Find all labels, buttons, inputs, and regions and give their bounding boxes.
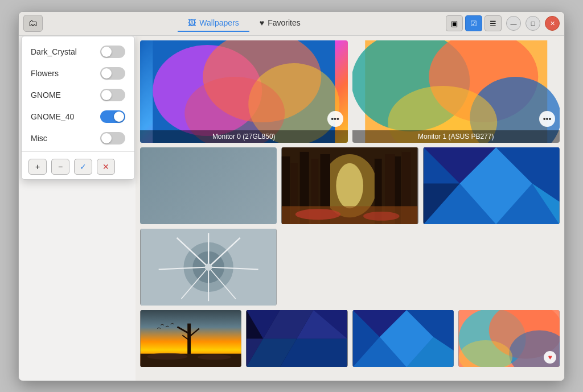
titlebar-tabs: 🖼 Wallpapers ♥ Favorites [43, 15, 446, 32]
monitor1-label: Monitor 1 (ASUS PB277) [352, 130, 560, 143]
close-button[interactable]: ✕ [545, 16, 560, 31]
dropdown-actions: + − ✓ ✕ [22, 154, 134, 179]
cancel-icon: ✕ [102, 162, 109, 171]
svg-point-24 [363, 211, 400, 220]
wallpaper-grid-area: ••• Monitor 0 (27GL850) [136, 36, 564, 381]
add-icon: + [35, 162, 40, 171]
svg-point-45 [205, 263, 212, 271]
titlebar-right: ▣ ☑ ☰ — □ ✕ [446, 15, 560, 31]
wallpaper-thumb-sunset[interactable] [140, 310, 241, 367]
monitor-preview-row: ••• Monitor 0 (27GL850) [140, 40, 560, 143]
wallpaper-thumb-snow-tree[interactable] [140, 229, 277, 306]
wallpaper-thumb-abstract-coral[interactable]: ♥ [458, 310, 560, 367]
monitor1-menu-button[interactable]: ••• [539, 111, 555, 127]
svg-rect-47 [187, 323, 191, 357]
view-button-2[interactable]: ☑ [465, 15, 482, 31]
minimize-button[interactable]: — [506, 16, 521, 31]
favorites-tab-label: Favorites [268, 18, 301, 27]
toggle-row-gnome40: GNOME_40 [22, 106, 134, 127]
remove-source-button[interactable]: − [51, 159, 69, 175]
sunset-thumbnail [140, 310, 241, 367]
grid-row-2: ♥ [140, 310, 560, 367]
titlebar-left: 🗂 [23, 15, 43, 32]
monitor0-preview[interactable]: ••• Monitor 0 (27GL850) [140, 40, 348, 143]
dark-geo-thumbnail [246, 310, 347, 367]
tab-wallpapers[interactable]: 🖼 Wallpapers [178, 15, 249, 32]
add-source-button[interactable]: + [28, 159, 47, 175]
wallpaper-thumb-gray[interactable] [140, 147, 277, 224]
flowers-toggle[interactable] [100, 67, 125, 80]
dark-crystal-toggle[interactable] [100, 46, 125, 58]
toggle-row-dark-crystal: Dark_Crystal [22, 41, 134, 63]
gnome-label: GNOME [31, 90, 61, 100]
gnome-toggle[interactable] [100, 89, 125, 101]
monitor1-wallpaper [352, 40, 560, 143]
content-area: Dark_Crystal Flowers GNOME GNOME_40 Misc [19, 36, 564, 381]
favorites-tab-icon: ♥ [260, 18, 264, 27]
confirm-icon: ✓ [80, 162, 87, 171]
titlebar: 🗂 🖼 Wallpapers ♥ Favorites ▣ ☑ ☰ — □ ✕ [19, 12, 564, 36]
wallpapers-tab-icon: 🖼 [188, 18, 196, 27]
main-window: 🗂 🖼 Wallpapers ♥ Favorites ▣ ☑ ☰ — □ ✕ [18, 11, 565, 381]
folder-icon: 🗂 [28, 18, 38, 28]
wallpaper-thumb-blue-geo2[interactable] [352, 310, 454, 367]
blue-geo-thumbnail [423, 147, 560, 224]
svg-point-23 [295, 209, 341, 220]
misc-label: Misc [31, 134, 47, 143]
wallpaper-thumb-forest[interactable] [281, 147, 418, 224]
monitor0-wallpaper [140, 40, 348, 143]
monitor1-preview[interactable]: ••• Monitor 1 (ASUS PB277) [352, 40, 560, 143]
svg-point-12 [336, 163, 364, 208]
wallpaper-thumb-dark-geo[interactable] [246, 310, 347, 367]
svg-point-52 [147, 353, 187, 360]
toggle-row-gnome: GNOME [22, 84, 134, 106]
flowers-label: Flowers [31, 69, 59, 78]
dark-crystal-label: Dark_Crystal [31, 47, 77, 56]
monitor0-label: Monitor 0 (27GL850) [140, 130, 348, 143]
misc-toggle[interactable] [100, 132, 125, 145]
maximize-button[interactable]: □ [525, 16, 540, 31]
tab-favorites[interactable]: ♥ Favorites [249, 15, 311, 32]
folder-button[interactable]: 🗂 [23, 15, 43, 32]
grid-row-1 [140, 147, 560, 306]
remove-icon: − [58, 162, 63, 171]
favorite-heart-badge[interactable]: ♥ [544, 351, 556, 364]
cancel-button[interactable]: ✕ [97, 159, 115, 175]
view-button-1[interactable]: ▣ [446, 15, 463, 31]
monitor0-menu-button[interactable]: ••• [327, 111, 343, 127]
view-button-3[interactable]: ☰ [485, 15, 502, 31]
wallpapers-tab-label: Wallpapers [199, 18, 239, 27]
blue-geo2-thumbnail [352, 310, 454, 367]
confirm-button[interactable]: ✓ [74, 159, 92, 175]
gnome40-toggle[interactable] [100, 110, 125, 123]
gnome40-label: GNOME_40 [31, 112, 74, 121]
source-dropdown-panel: Dark_Crystal Flowers GNOME GNOME_40 Misc [21, 36, 135, 180]
svg-point-53 [198, 354, 231, 360]
wallpaper-thumb-blue-geo[interactable] [423, 147, 560, 224]
dropdown-divider [22, 151, 134, 152]
toggle-row-misc: Misc [22, 127, 134, 149]
forest-thumbnail [281, 147, 418, 224]
snow-tree-thumbnail [140, 229, 277, 306]
toggle-row-flowers: Flowers [22, 63, 134, 84]
